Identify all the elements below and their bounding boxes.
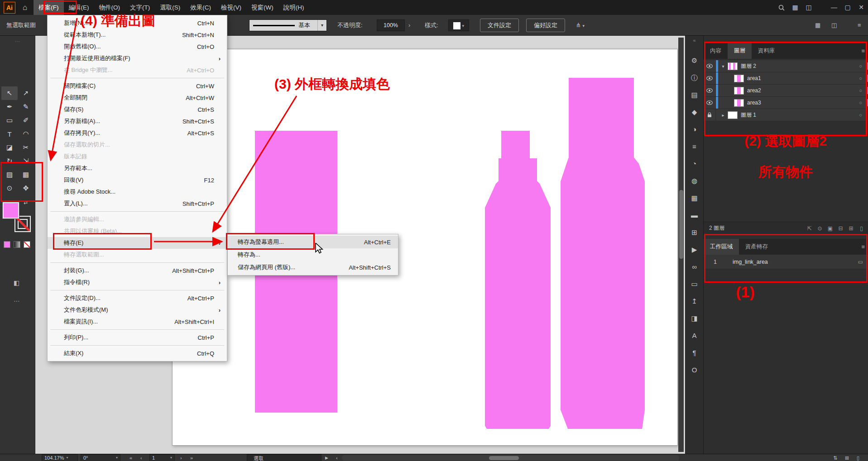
pencil-tool-icon[interactable]: ✐ [18,114,34,127]
file-menu-item[interactable]: 文件設定(D)... Alt+Ctrl+P › [48,292,227,304]
layer-name[interactable]: area2 [747,87,859,94]
layer-name[interactable]: 圖層 1 [741,111,859,119]
expand-chevron-icon[interactable]: ▾ [719,64,727,69]
scale-tool-icon[interactable]: ⇲ [18,154,34,168]
layer-thumbnail[interactable] [728,62,738,70]
artboard-icon[interactable] [858,259,863,265]
expand-chevron-icon[interactable]: ▸ [719,113,727,118]
character-icon[interactable]: A [692,327,696,344]
file-menu-item[interactable]: 儲存選取的切片... › [48,139,227,151]
delete-layer-icon[interactable]: ▯ [856,225,867,232]
target-circle-icon[interactable] [859,63,862,69]
menubar-item[interactable]: 說明(H) [278,0,309,15]
document-setup-button[interactable]: 文件設定 [480,19,519,32]
file-menu-item[interactable]: 儲存(S) Ctrl+S › [48,104,227,115]
color-icon[interactable]: ◆ [692,104,697,121]
file-menu-item[interactable]: 關閉檔案(C) Ctrl+W › [48,80,227,92]
chevron-right-icon[interactable]: › [408,15,410,36]
layer-thumbnail[interactable] [734,87,744,95]
type-tool-icon[interactable]: T [1,127,18,141]
panel-menu-icon[interactable]: ≡ [861,239,865,255]
menubar-item[interactable]: 檔案(F) [34,0,63,15]
menubar-item[interactable]: 效果(C) [185,0,216,15]
style-swatch-select[interactable]: ▾ [448,19,469,31]
info-icon[interactable]: ⓘ [691,69,698,86]
first-artboard-icon[interactable]: « [129,454,132,461]
file-menu-item[interactable]: 打開最近使用過的檔案(F) › [48,52,227,64]
pen-tool-icon[interactable]: ✒ [1,100,18,114]
paintbrush-tool-icon[interactable]: ✎ [18,100,34,114]
vertical-scrollbar-thumb[interactable] [679,190,683,259]
workspace-switcher-icon[interactable]: ◫ [802,0,815,15]
locate-icon[interactable]: ⊙ [815,225,825,232]
file-menu-item[interactable]: 置入(L)... Shift+Ctrl+P › [48,198,227,209]
opacity-input[interactable]: 100% [377,19,405,31]
export-submenu-item[interactable]: 儲存為網頁用 (舊版)... Alt+Shift+Ctrl+S [228,261,398,274]
layer-thumbnail[interactable] [728,111,738,119]
sphere-icon[interactable]: ◍ [691,172,697,190]
trash-icon[interactable]: ▯ [857,454,859,461]
scissors-tool-icon[interactable]: ✂ [18,141,34,154]
file-menu-item[interactable]: 開啟舊檔(O)... Ctrl+O › [48,41,227,52]
export-submenu-item[interactable]: 轉存為螢幕適用... Alt+Ctrl+E [228,236,398,248]
visibility-toggle[interactable] [704,97,716,109]
preferences-button[interactable]: 偏好設定 [526,19,565,32]
file-menu-item[interactable]: › [48,328,227,332]
panel-tab[interactable]: 工作區域 [704,239,739,255]
file-menu-item[interactable]: 儲存拷貝(Y)... Alt+Ctrl+S › [48,127,227,139]
visibility-toggle[interactable] [704,60,716,72]
gradient-icon[interactable]: ◑ [692,121,696,138]
panel-tab[interactable]: 內容 [704,43,728,59]
close-button[interactable]: ✕ [854,0,868,15]
layer-row[interactable]: area2 [704,85,868,97]
layer-row[interactable]: area3 [704,97,868,109]
curvature-tool-icon[interactable]: ◠ [18,127,34,141]
screen-mode-icon[interactable]: ◧ [14,279,19,286]
file-menu-item[interactable]: › [48,76,227,80]
color-guide-icon[interactable]: ◨ [691,310,697,327]
restore-button[interactable]: ▢ [841,0,854,15]
none-mode-button[interactable] [24,241,30,248]
rectangle-tool-icon[interactable]: ▭ [1,114,18,127]
panel-tab[interactable]: 圖層 [728,43,752,59]
last-artboard-icon[interactable]: » [190,454,193,461]
new-sublayer-icon[interactable]: ⊟ [835,225,846,232]
select-similar-icon[interactable]: ⋔ ▾ [576,15,585,36]
file-menu-item[interactable]: 搜尋 Adobe Stock... › [48,186,227,198]
visibility-toggle[interactable] [704,109,716,121]
artboards-icon[interactable]: ▭ [691,276,697,293]
brush-style-select[interactable]: 基本 ▾ [249,19,327,31]
file-menu-item[interactable]: 轉存(E) › [48,237,227,249]
swap-fill-stroke-icon[interactable]: ⇄ [24,200,28,205]
transparency-icon[interactable]: ◔ [692,155,696,172]
file-menu-item[interactable]: 新增(N)... Ctrl+N › [48,17,227,29]
stroke-icon[interactable]: ≡ [692,138,696,155]
menubar-item[interactable]: 視窗(W) [246,0,278,15]
artboard-name[interactable]: img_link_area [733,259,858,265]
new-item-icon[interactable]: ⊞ [845,454,849,461]
layer-row[interactable]: ▾ 圖層 2 [704,60,868,72]
gear-icon[interactable]: ⚙ [691,52,697,69]
vertical-scrollbar[interactable] [678,38,684,452]
expand-panels-icon[interactable]: « [686,38,703,43]
rotate-tool-icon[interactable]: ↻ [1,154,18,168]
control-menu-icon[interactable]: ≡ [858,15,861,36]
color-mode-button[interactable] [4,241,10,248]
direct-selection-tool-icon[interactable]: ↗ [18,86,34,100]
symbols-icon[interactable]: ⊞ [691,224,697,241]
file-menu-item[interactable]: 邀請參與編輯... › [48,214,227,225]
artboard-number-select[interactable]: 1 ▾ [149,454,175,461]
minimize-button[interactable]: — [827,0,841,15]
layer-thumbnail[interactable] [734,75,744,82]
layer-name[interactable]: area1 [747,75,859,81]
mesh-tool-icon[interactable]: ▦ [18,168,34,181]
panel-tab[interactable]: 資料庫 [752,43,782,59]
export-submenu-item[interactable]: 轉存為... [228,248,398,261]
sync-icon[interactable]: ⇅ [833,454,837,461]
paragraph-icon[interactable]: ¶ [692,344,696,361]
search-icon[interactable] [775,0,788,15]
file-menu-item[interactable]: › [48,209,227,214]
asset-export-icon[interactable]: ↥ [691,293,697,310]
target-circle-icon[interactable] [859,76,862,81]
target-circle-icon[interactable] [859,88,862,93]
